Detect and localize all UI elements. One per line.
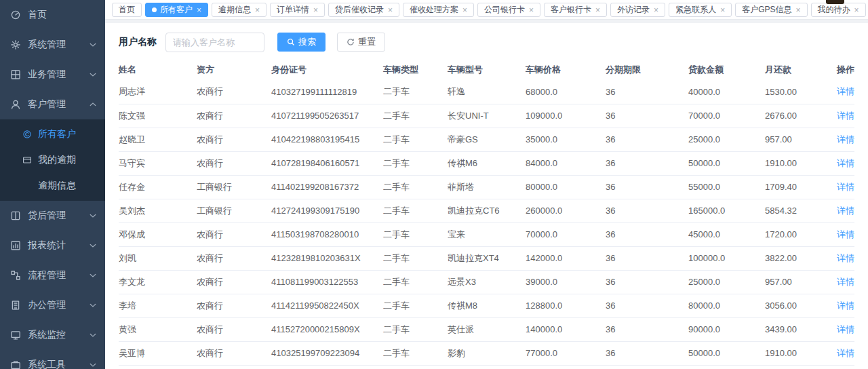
sidebar-subitem-label: 所有客户: [38, 128, 76, 140]
cell-vehicle_type: 二手车: [383, 246, 448, 270]
detail-link[interactable]: 详情: [837, 300, 854, 311]
tab-3[interactable]: 订单详情×: [270, 3, 325, 17]
cell-installment_term: 36: [606, 246, 688, 270]
tab-10[interactable]: 客户GPS信息×: [735, 3, 807, 17]
cell-loan_amount: 100000.0: [688, 246, 765, 270]
cell-vehicle_type: 二手车: [383, 222, 448, 246]
close-icon[interactable]: ×: [388, 6, 393, 14]
detail-link[interactable]: 详情: [837, 253, 854, 263]
cell-vehicle_model: 帝豪GS: [448, 128, 526, 151]
customer-name-input[interactable]: [165, 33, 264, 52]
cell-name: [119, 365, 197, 369]
table-row: 李文龙农商行411081199003122553二手车远景X339000.036…: [119, 270, 854, 294]
chart-icon: [10, 240, 21, 251]
sidebar-subitem-1[interactable]: 我的逾期: [0, 147, 105, 173]
table-row: 二手车: [119, 365, 854, 369]
table-row: 马守宾农商行410728198406160571二手车传祺M684000.036…: [119, 151, 854, 175]
detail-link[interactable]: 详情: [837, 324, 854, 334]
sidebar-item-label: 报表统计: [28, 239, 89, 252]
cell-installment_term: [606, 365, 688, 369]
detail-link[interactable]: 详情: [837, 182, 854, 192]
cell-name: 李文龙: [119, 270, 197, 294]
cell-vehicle_type: 二手车: [383, 365, 448, 369]
avatar-partial[interactable]: [826, 0, 844, 4]
cell-vehicle_model: 凯迪拉克XT4: [448, 246, 526, 270]
search-button[interactable]: 搜索: [277, 33, 326, 52]
sidebar-item-9[interactable]: 系统工具: [0, 350, 105, 369]
cell-installment_term: 36: [606, 80, 688, 104]
cell-loan_amount: 80000.0: [688, 294, 765, 317]
close-icon[interactable]: ×: [720, 6, 725, 14]
chevron-down-icon: [89, 331, 97, 339]
tab-2[interactable]: 逾期信息×: [212, 3, 267, 17]
close-icon[interactable]: ×: [462, 6, 467, 14]
cell-action: [833, 365, 854, 369]
sidebar-item-7[interactable]: 办公管理: [0, 290, 105, 320]
sidebar-item-4[interactable]: 贷后管理: [0, 201, 105, 231]
detail-link[interactable]: 详情: [837, 229, 854, 239]
sidebar: 首页系统管理业务管理客户管理所有客户我的逾期逾期信息贷后管理报表统计流程管理办公…: [0, 0, 105, 369]
cell-action: 详情: [833, 199, 854, 222]
tab-11[interactable]: 我的待办×: [811, 3, 866, 17]
sidebar-item-3[interactable]: 客户管理: [0, 90, 105, 119]
sidebar-item-5[interactable]: 报表统计: [0, 231, 105, 260]
close-icon[interactable]: ×: [529, 6, 534, 14]
detail-link[interactable]: 详情: [837, 206, 854, 216]
detail-link[interactable]: 详情: [837, 158, 854, 168]
sidebar-item-1[interactable]: 系统管理: [0, 30, 105, 60]
cell-vehicle_type: 二手车: [383, 175, 448, 199]
cell-capital: 农商行: [197, 270, 271, 294]
reset-button[interactable]: 重置: [337, 33, 385, 52]
sidebar-item-label: 流程管理: [28, 269, 89, 281]
cell-action: 详情: [833, 128, 854, 151]
close-icon[interactable]: ×: [854, 6, 859, 14]
cell-action: 详情: [833, 246, 854, 270]
table-row: 吴刘杰工商银行412724199309175190二手车凯迪拉克CT626000…: [119, 199, 854, 222]
sidebar-subitem-2[interactable]: 逾期信息: [0, 173, 105, 199]
cell-installment_term: 36: [606, 199, 688, 222]
search-icon: [287, 38, 295, 46]
close-icon[interactable]: ×: [197, 6, 201, 14]
chevron-down-icon: [89, 41, 97, 49]
cell-loan_amount: [688, 365, 765, 369]
cell-vehicle_model: 轩逸: [448, 80, 526, 104]
tab-0[interactable]: 首页: [112, 3, 142, 17]
column-header-6: 分期期限: [606, 60, 688, 80]
close-icon[interactable]: ×: [595, 6, 600, 14]
tab-9[interactable]: 紧急联系人×: [669, 3, 732, 17]
sidebar-subitem-0[interactable]: 所有客户: [0, 121, 105, 147]
cell-vehicle_model: 宝来: [448, 222, 526, 246]
column-header-5: 车辆价格: [526, 60, 606, 80]
close-icon[interactable]: ×: [654, 6, 658, 14]
sidebar-item-6[interactable]: 流程管理: [0, 260, 105, 290]
sidebar-item-0[interactable]: 首页: [0, 0, 105, 30]
sidebar-item-8[interactable]: 系统监控: [0, 320, 105, 350]
tab-5[interactable]: 催收处理方案×: [403, 3, 474, 17]
toolbox-icon: [10, 360, 21, 369]
detail-link[interactable]: 详情: [837, 277, 854, 287]
tab-6[interactable]: 公司银行卡×: [477, 3, 540, 17]
sidebar-item-2[interactable]: 业务管理: [0, 60, 105, 90]
tab-4[interactable]: 贷后催收记录×: [328, 3, 399, 17]
close-icon[interactable]: ×: [313, 6, 318, 14]
cell-capital: 农商行: [197, 246, 271, 270]
detail-link[interactable]: 详情: [837, 348, 854, 358]
cell-installment_term: 36: [606, 294, 688, 317]
cell-id_number: 410422198803195415: [271, 128, 383, 151]
close-icon[interactable]: ×: [795, 6, 800, 14]
cell-monthly_payment: 1530.00: [765, 80, 833, 104]
cell-id_number: 410721199505263517: [271, 104, 383, 128]
detail-link[interactable]: 详情: [837, 111, 854, 121]
cell-id_number: 411503198708280010: [271, 222, 383, 246]
user-icon: [10, 99, 21, 110]
close-icon[interactable]: ×: [255, 6, 260, 14]
column-header-2: 身份证号: [271, 60, 383, 80]
tab-1[interactable]: 所有客户×: [145, 3, 208, 17]
detail-link[interactable]: 详情: [837, 134, 854, 144]
cell-loan_amount: 45000.0: [688, 222, 765, 246]
tab-7[interactable]: 客户银行卡×: [544, 3, 607, 17]
cell-vehicle_type: 二手车: [383, 270, 448, 294]
cell-capital: [197, 365, 271, 369]
tab-8[interactable]: 外访记录×: [610, 3, 665, 17]
detail-link[interactable]: 详情: [837, 86, 854, 96]
